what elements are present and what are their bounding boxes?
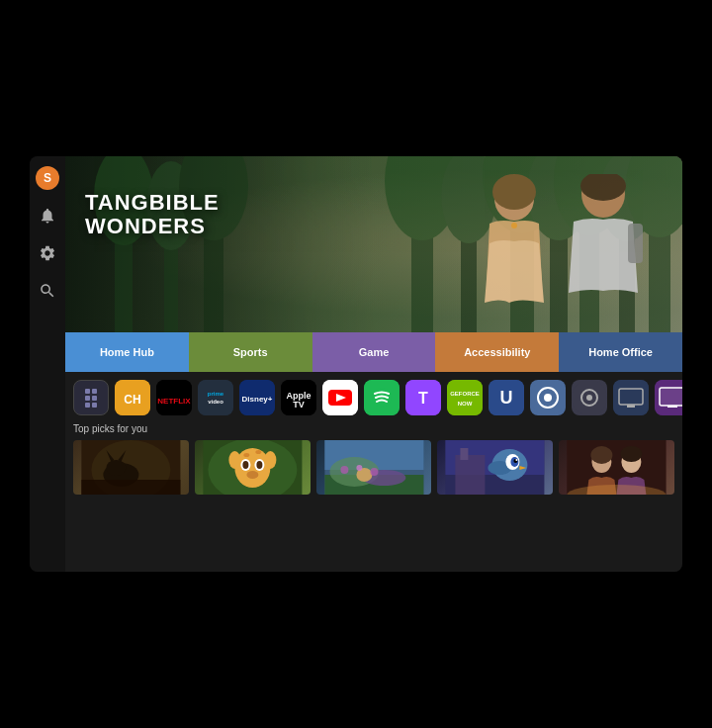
- app-spotify[interactable]: [364, 380, 400, 415]
- main-content: TANGBIBLE WONDERS Home Hub Sports Game A…: [65, 156, 682, 572]
- svg-rect-60: [660, 388, 682, 406]
- svg-rect-45: [447, 380, 483, 415]
- top-picks-section: Top picks for you: [65, 419, 682, 572]
- thumbnail-3[interactable]: [316, 440, 432, 495]
- svg-text:Disney+: Disney+: [242, 395, 273, 404]
- thumbnail-4[interactable]: [437, 440, 553, 495]
- svg-point-73: [256, 461, 262, 469]
- svg-text:CH: CH: [124, 393, 140, 407]
- svg-rect-66: [81, 480, 180, 495]
- svg-point-85: [340, 466, 348, 474]
- svg-rect-61: [668, 406, 677, 408]
- svg-point-103: [591, 446, 613, 464]
- apps-row: CH NETFLIX prime video: [65, 372, 682, 419]
- thumbnails-row: [73, 440, 674, 495]
- thumbnail-2[interactable]: [195, 440, 311, 495]
- app-ch[interactable]: CH: [115, 380, 150, 415]
- svg-rect-91: [461, 448, 469, 460]
- app-settings[interactable]: [572, 380, 607, 415]
- svg-point-78: [255, 450, 261, 454]
- svg-rect-90: [456, 455, 486, 495]
- svg-text:GEFORCE: GEFORCE: [450, 391, 480, 397]
- app-all-apps[interactable]: [73, 380, 109, 415]
- app-uptobox[interactable]: U: [489, 380, 524, 415]
- svg-point-97: [516, 459, 518, 461]
- svg-point-104: [621, 446, 643, 462]
- top-picks-label: Top picks for you: [73, 423, 674, 434]
- nav-sports[interactable]: Sports: [189, 332, 312, 372]
- svg-point-21: [492, 174, 536, 210]
- app-disney[interactable]: Disney+: [239, 380, 275, 415]
- bell-icon[interactable]: [36, 204, 59, 228]
- svg-rect-58: [627, 405, 635, 408]
- svg-point-71: [242, 461, 248, 469]
- hero-banner: TANGBIBLE WONDERS: [65, 156, 682, 332]
- svg-point-55: [586, 395, 592, 401]
- svg-point-76: [264, 451, 276, 469]
- svg-rect-30: [198, 380, 233, 415]
- svg-point-75: [228, 451, 240, 469]
- thumbnail-5[interactable]: [559, 440, 674, 495]
- sidebar: S: [30, 156, 65, 572]
- svg-text:video: video: [208, 399, 223, 405]
- svg-text:prime: prime: [208, 391, 224, 397]
- svg-text:TV: TV: [293, 400, 305, 410]
- svg-point-69: [234, 448, 270, 488]
- svg-point-65: [106, 460, 126, 476]
- app-prime[interactable]: prime video: [198, 380, 233, 415]
- search-icon[interactable]: [36, 279, 59, 303]
- app-screen[interactable]: [613, 380, 649, 415]
- nav-game[interactable]: Game: [312, 332, 436, 372]
- svg-text:NETFLIX: NETFLIX: [157, 397, 191, 406]
- app-circle1[interactable]: [530, 380, 566, 415]
- svg-point-86: [356, 465, 362, 471]
- svg-point-87: [370, 468, 378, 476]
- people-svg: [405, 174, 682, 332]
- svg-text:NOW: NOW: [458, 401, 473, 407]
- nav-bar: Home Hub Sports Game Accessibility Home …: [65, 332, 682, 372]
- svg-rect-24: [628, 224, 643, 263]
- svg-text:T: T: [418, 390, 428, 407]
- profile-letter: S: [44, 171, 51, 185]
- app-tv-icon[interactable]: [655, 380, 682, 415]
- svg-point-25: [511, 223, 517, 228]
- svg-point-77: [243, 453, 249, 457]
- app-twitch[interactable]: T: [405, 380, 441, 415]
- gear-icon[interactable]: [36, 241, 59, 265]
- thumbnail-1[interactable]: [73, 440, 189, 495]
- svg-text:U: U: [500, 388, 513, 408]
- nav-accessibility[interactable]: Accessibility: [435, 332, 559, 372]
- nav-home-office[interactable]: Home Office: [559, 332, 682, 372]
- app-youtube[interactable]: [322, 380, 358, 415]
- app-netflix[interactable]: NETFLIX: [156, 380, 192, 415]
- svg-point-74: [246, 471, 258, 479]
- profile-icon[interactable]: S: [36, 166, 59, 190]
- app-geforce[interactable]: GEFORCE NOW: [447, 380, 483, 415]
- tv-frame: S: [30, 156, 682, 572]
- hero-title: TANGBIBLE WONDERS: [85, 191, 220, 238]
- app-appletv[interactable]: Apple TV: [281, 380, 316, 415]
- svg-point-52: [544, 394, 552, 402]
- nav-home-hub[interactable]: Home Hub: [65, 332, 189, 372]
